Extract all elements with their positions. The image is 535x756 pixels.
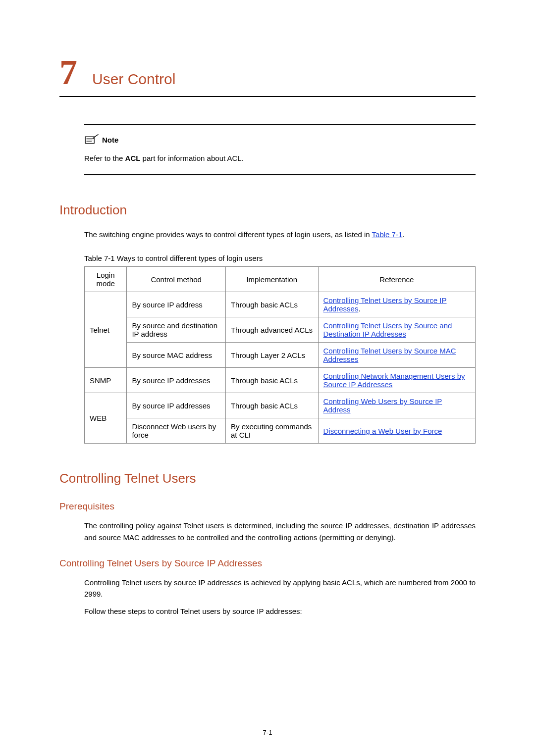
note-text-before: Refer to the [84,154,125,162]
reference-link[interactable]: Controlling Telnet Users by Source and D… [323,321,452,338]
reference-cell: Controlling Web Users by Source IP Addre… [318,393,475,418]
reference-link[interactable]: Controlling Web Users by Source IP Addre… [323,397,442,414]
note-block: Note Refer to the ACL part for informati… [84,124,476,175]
control-method-cell: Disconnect Web users by force [127,418,226,444]
note-head: Note [84,134,476,145]
login-users-table: Login mode Control method Implementation… [84,266,476,444]
reference-link[interactable]: Controlling Telnet Users by Source IP Ad… [323,296,447,313]
reference-cell: Controlling Telnet Users by Source MAC A… [318,343,475,368]
intro-para-after: . [402,230,404,239]
reference-cell: Controlling Telnet Users by Source IP Ad… [318,292,475,317]
implementation-cell: Through Layer 2 ACLs [225,343,318,368]
table-row: Telnet By source IP address Through basi… [85,292,476,317]
source-ip-paragraph-2: Follow these steps to control Telnet use… [84,605,476,617]
implementation-cell: Through basic ACLs [225,368,318,393]
page-number: 7-1 [0,729,535,736]
reference-suffix: . [358,304,360,313]
reference-link[interactable]: Disconnecting a Web User by Force [323,427,442,435]
reference-link[interactable]: Controlling Telnet Users by Source MAC A… [323,347,456,363]
intro-paragraph: The switching engine provides ways to co… [84,229,476,240]
note-icon [84,134,99,145]
table-row: Disconnect Web users by force By executi… [85,418,476,444]
prerequisites-heading: Prerequisites [59,501,476,512]
table-header: Reference [318,267,475,292]
note-text-after: part for information about ACL. [140,154,243,162]
reference-cell: Disconnecting a Web User by Force [318,418,475,444]
login-mode-cell: WEB [85,393,127,444]
control-method-cell: By source and destination IP address [127,317,226,343]
svg-line-4 [94,135,99,138]
implementation-cell: By executing commands at CLI [225,418,318,444]
table-caption: Table 7-1 Ways to control different type… [84,254,476,262]
table-row: By source MAC address Through Layer 2 AC… [85,343,476,368]
chapter-title: User Control [92,71,175,88]
note-label: Note [102,136,118,144]
login-mode-cell: SNMP [85,368,127,393]
table-row: WEB By source IP addresses Through basic… [85,393,476,418]
controlling-telnet-heading: Controlling Telnet Users [59,471,476,486]
note-text-bold: ACL [125,154,141,162]
table-row: By source and destination IP address Thr… [85,317,476,343]
source-ip-paragraph-1: Controlling Telnet users by source IP ad… [84,577,476,600]
implementation-cell: Through advanced ACLs [225,317,318,343]
prerequisites-paragraph: The controlling policy against Telnet us… [84,520,476,543]
table-header: Implementation [225,267,318,292]
table-header: Control method [127,267,226,292]
control-method-cell: By source MAC address [127,343,226,368]
chapter-number: 7 [59,54,77,90]
control-method-cell: By source IP address [127,292,226,317]
table-7-1-link[interactable]: Table 7-1 [372,230,403,239]
control-method-cell: By source IP addresses [127,393,226,418]
control-method-cell: By source IP addresses [127,368,226,393]
table-header: Login mode [85,267,127,292]
reference-cell: Controlling Network Management Users by … [318,368,475,393]
reference-link[interactable]: Controlling Network Management Users by … [323,372,465,389]
intro-para-before: The switching engine provides ways to co… [84,230,372,239]
source-ip-heading: Controlling Telnet Users by Source IP Ad… [59,558,476,569]
implementation-cell: Through basic ACLs [225,292,318,317]
reference-cell: Controlling Telnet Users by Source and D… [318,317,475,343]
login-mode-cell: Telnet [85,292,127,368]
note-text: Refer to the ACL part for information ab… [84,154,476,162]
table-row: SNMP By source IP addresses Through basi… [85,368,476,393]
table-header-row: Login mode Control method Implementation… [85,267,476,292]
chapter-heading: 7 User Control [59,54,476,97]
introduction-heading: Introduction [59,202,476,218]
implementation-cell: Through basic ACLs [225,393,318,418]
